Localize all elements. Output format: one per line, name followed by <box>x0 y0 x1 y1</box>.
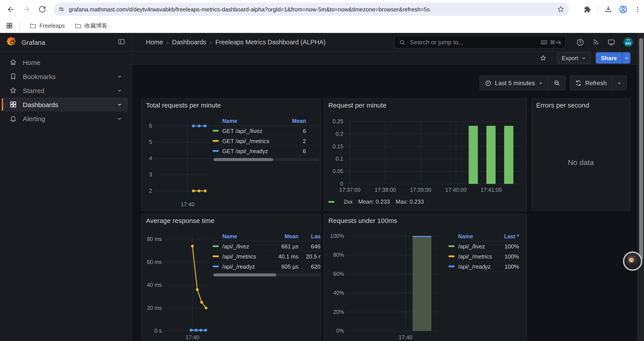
assistant-avatar[interactable] <box>623 251 642 271</box>
legend-table: NameLast */api/_/livez100%/api/_/metrics… <box>448 232 519 272</box>
scrollbar-thumb[interactable] <box>639 38 643 260</box>
bookmark-star-icon[interactable] <box>557 5 565 13</box>
legend-row[interactable]: /api/_/readyz605 µs620 <box>212 261 320 272</box>
share-menu-button[interactable] <box>622 52 630 64</box>
svg-text:17:41:00: 17:41:00 <box>480 187 502 193</box>
svg-text:80%: 80% <box>333 252 344 258</box>
url-text[interactable]: grafana.mathmast.com/d/deytv4rwavabkb/fr… <box>69 6 557 13</box>
grid-icon <box>9 101 17 108</box>
toolbar-divider <box>598 5 598 13</box>
series-color-swatch <box>212 140 219 142</box>
panel-1: Total requests per minute6543217:40NameM… <box>141 98 321 211</box>
legend-row[interactable]: /api/_/metrics100% <box>448 251 519 261</box>
table-scrollbar[interactable] <box>212 273 320 276</box>
series-name: /api/_/readyz <box>222 263 270 270</box>
grafana-brand[interactable]: Grafana <box>6 37 45 48</box>
browser-forward-button[interactable] <box>20 3 32 15</box>
legend-row[interactable]: GET /api/_/livez6 <box>212 126 319 136</box>
refresh-button[interactable]: Refresh <box>570 76 612 90</box>
series-value: 620 <box>298 263 320 270</box>
series-value: 40.1 ms <box>270 253 298 260</box>
chart-legend[interactable]: 2xxMean: 0.233Max: 0.233 <box>328 198 424 205</box>
legend-row[interactable]: /api/_/livez100% <box>448 241 519 251</box>
clock-icon <box>485 80 492 86</box>
svg-text:80 ms: 80 ms <box>147 236 162 242</box>
sidebar-item-bookmarks[interactable]: Bookmarks <box>3 69 128 83</box>
favorite-star-icon[interactable] <box>540 55 547 62</box>
chevron-down-icon[interactable] <box>116 74 122 79</box>
bookmarks-bar: Freeleaps收藏博客 <box>0 19 644 33</box>
bookmark-item[interactable]: Freeleaps <box>29 22 65 29</box>
svg-text:40%: 40% <box>333 290 344 296</box>
dock-menu-icon[interactable] <box>118 38 126 46</box>
svg-text:100%: 100% <box>330 233 344 239</box>
legend-row[interactable]: /api/_/readyz100% <box>448 261 519 272</box>
user-avatar[interactable] <box>623 37 634 47</box>
downloads-icon[interactable] <box>604 5 612 14</box>
table-scrollbar-thumb[interactable] <box>214 158 273 161</box>
series-value: 2 <box>287 138 306 144</box>
series-value: 6 <box>287 128 306 134</box>
svg-text:3: 3 <box>149 171 152 178</box>
panel-title[interactable]: Errors per second <box>536 101 630 109</box>
svg-text:0.2: 0.2 <box>336 131 343 137</box>
page-scrollbar[interactable] <box>638 33 644 341</box>
svg-text:0.1: 0.1 <box>336 156 343 162</box>
browser-reload-button[interactable] <box>36 3 48 15</box>
kiosk-monitor-icon[interactable] <box>607 38 616 46</box>
export-button[interactable]: Export <box>557 52 591 64</box>
series-name: /api/_/metrics <box>222 253 270 260</box>
svg-text:6: 6 <box>149 123 152 129</box>
svg-text:20 ms: 20 ms <box>147 305 162 311</box>
panel-4: Average response time80 ms60 ms40 ms20 m… <box>141 214 321 341</box>
series-name: GET /api/_/livez <box>222 128 287 134</box>
sidebar-item-alerting[interactable]: Alerting <box>3 112 128 126</box>
sidebar-item-label: Alerting <box>23 115 45 122</box>
sidebar-item-label: Dashboards <box>23 101 58 108</box>
site-settings-icon[interactable] <box>58 6 65 13</box>
sidebar-item-starred[interactable]: Starred <box>3 83 128 97</box>
search-input[interactable] <box>409 38 537 46</box>
breadcrumb-separator: › <box>166 39 168 46</box>
news-rss-icon[interactable] <box>592 38 600 46</box>
svg-text:0.05: 0.05 <box>332 168 343 174</box>
sidebar-item-dashboards[interactable]: Dashboards <box>3 97 128 112</box>
chevron-down-icon[interactable] <box>116 102 122 107</box>
svg-text:17:40: 17:40 <box>186 334 200 340</box>
browser-back-button[interactable] <box>4 3 17 15</box>
series-name: /api/_/readyz <box>458 263 496 270</box>
legend-row[interactable]: GET /api/_/metrics2 <box>212 136 319 146</box>
zoom-out-button[interactable] <box>548 76 565 90</box>
extensions-icon[interactable] <box>583 5 592 14</box>
toolbar-divider <box>552 55 552 62</box>
chevron-down-icon <box>538 81 543 85</box>
profile-icon[interactable] <box>618 5 628 14</box>
table-scrollbar-thumb[interactable] <box>214 273 276 276</box>
legend-table: NameMeanLas/api/_/livez661 µs646/api/_/m… <box>212 232 320 276</box>
search-box[interactable]: ⌘+k <box>394 36 566 49</box>
active-accent-bar <box>2 98 3 111</box>
refresh-interval-button[interactable] <box>612 76 626 90</box>
bookmark-label: Freeleaps <box>40 22 65 29</box>
svg-text:17:40:00: 17:40:00 <box>445 187 466 193</box>
chevron-down-icon[interactable] <box>116 116 122 121</box>
apps-grid-icon[interactable] <box>6 22 13 30</box>
legend-row[interactable]: GET /api/_/readyz6 <box>212 146 319 156</box>
address-bar[interactable]: grafana.mathmast.com/d/deytv4rwavabkb/fr… <box>54 3 569 16</box>
sidebar-item-home[interactable]: Home <box>3 55 128 69</box>
table-scrollbar[interactable] <box>212 158 319 161</box>
help-icon[interactable] <box>576 38 584 46</box>
star-icon <box>9 87 17 94</box>
legend-row[interactable]: /api/_/livez661 µs646 <box>212 241 320 251</box>
chevron-down-icon[interactable] <box>116 88 122 93</box>
legend-row[interactable]: /api/_/metrics40.1 ms20.5 r <box>212 251 320 261</box>
breadcrumb-home[interactable]: Home <box>146 39 163 46</box>
zoom-out-icon <box>553 80 560 87</box>
share-button[interactable]: Share <box>596 52 622 64</box>
series-color-swatch <box>328 201 334 203</box>
browser-menu-icon[interactable] <box>634 6 641 13</box>
breadcrumb-dashboards[interactable]: Dashboards <box>172 39 206 46</box>
chevron-down-icon <box>581 56 586 60</box>
time-range-picker[interactable]: Last 5 minutes <box>480 76 548 90</box>
bookmark-item[interactable]: 收藏博客 <box>74 22 108 30</box>
